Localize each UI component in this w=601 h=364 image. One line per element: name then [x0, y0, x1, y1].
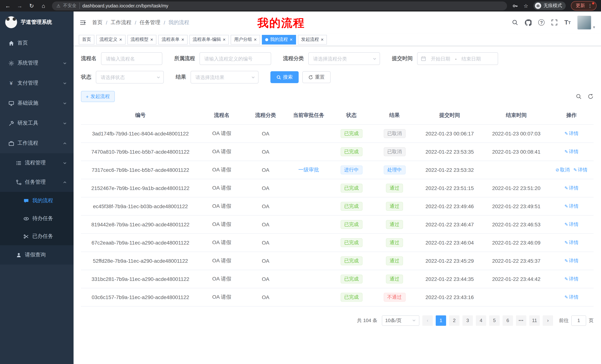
status-badge: 已完成	[341, 129, 362, 138]
goto-page-input[interactable]	[571, 315, 586, 326]
column-header: 提交时间	[416, 106, 483, 124]
breadcrumb-item[interactable]: 工作流程	[111, 19, 131, 26]
prev-page-button[interactable]: ‹	[422, 315, 433, 326]
process-name-input[interactable]	[101, 52, 162, 65]
tab-close-icon[interactable]: ×	[254, 37, 257, 42]
update-button[interactable]: 更新 ⋮	[571, 1, 597, 10]
reset-button[interactable]: 重置	[302, 71, 331, 83]
page-button[interactable]: 1	[436, 315, 446, 326]
result-select[interactable]	[190, 71, 259, 84]
sidebar-item-home[interactable]: 首页	[0, 33, 74, 53]
page-button[interactable]: 5	[489, 315, 500, 326]
sidebar-item-process-management[interactable]: 流程管理	[0, 153, 74, 172]
toggle-search-icon[interactable]	[576, 94, 582, 99]
date-range-picker[interactable]: -	[417, 52, 498, 65]
sidebar-item-devtools[interactable]: 研发工具	[0, 113, 74, 133]
sidebar-item-todo-tasks[interactable]: 待办任务	[0, 210, 74, 228]
browser-back-icon[interactable]: ←	[4, 3, 11, 9]
process-id-input[interactable]	[200, 52, 271, 65]
tab-close-icon[interactable]: ×	[119, 37, 122, 42]
tab-active[interactable]: 我的流程×	[262, 35, 296, 44]
refresh-icon[interactable]	[588, 94, 594, 99]
sidebar-item-task-management[interactable]: 任务管理	[0, 172, 74, 192]
cancel-action-link[interactable]: ⊘取消	[555, 167, 570, 172]
create-process-button[interactable]: + 发起流程	[81, 91, 115, 102]
sidebar-toggle-icon[interactable]	[80, 19, 86, 26]
sidebar-item-infrastructure[interactable]: 基础设施	[0, 93, 74, 113]
font-size-icon[interactable]: TT	[564, 19, 571, 26]
detail-action-link[interactable]: ✎详情	[564, 258, 579, 263]
tab-item[interactable]: 流程定义×	[96, 35, 125, 44]
tab-close-icon[interactable]: ×	[181, 37, 184, 42]
page-button[interactable]: 2	[449, 315, 460, 326]
end-date-input[interactable]	[459, 56, 483, 61]
cell-current-task	[288, 233, 330, 252]
status-select[interactable]	[96, 71, 164, 84]
github-icon[interactable]	[525, 19, 532, 26]
breadcrumb-item[interactable]: 任务管理	[140, 19, 160, 26]
cell-process-name: OA 请假	[200, 288, 244, 306]
cell-status: 已完成	[330, 143, 373, 161]
detail-action-link[interactable]: ✎详情	[564, 185, 579, 191]
tab-close-icon[interactable]: ×	[223, 37, 226, 42]
tab-item[interactable]: 发起流程×	[298, 35, 327, 44]
browser-menu-icon[interactable]: ⋮	[588, 3, 593, 9]
filter-row: 状态 结果 搜	[81, 71, 594, 84]
detail-action-link[interactable]: ✎详情	[564, 239, 579, 245]
tab-item[interactable]: 流程表单×	[158, 35, 187, 44]
filter-field-process: 所属流程	[174, 52, 271, 65]
fullscreen-icon[interactable]	[551, 19, 558, 26]
category-select[interactable]	[308, 52, 380, 65]
detail-action-link[interactable]: ✎详情	[564, 276, 579, 281]
current-task-link[interactable]: 一级审批	[298, 166, 319, 172]
status-badge: 已完成	[341, 147, 362, 156]
search-button[interactable]: 搜索	[270, 71, 299, 83]
page-button[interactable]: 6	[502, 315, 513, 326]
cell-current-task	[288, 124, 330, 143]
tab-close-icon[interactable]: ×	[321, 37, 323, 42]
help-icon[interactable]: ?	[538, 19, 545, 26]
tab-item[interactable]: 用户分组×	[231, 35, 260, 44]
page-button[interactable]: 3	[462, 315, 473, 326]
tab-close-icon[interactable]: ×	[150, 37, 153, 42]
bookmark-star-icon[interactable]: ☆	[523, 3, 528, 9]
tab-label: 我的流程	[270, 36, 288, 43]
sidebar-item-payment[interactable]: ¥ 支付管理	[0, 73, 74, 93]
sidebar-item-leave-query[interactable]: 请假查询	[0, 245, 74, 265]
app-logo-bar[interactable]: 芋道管理系统	[0, 11, 74, 33]
detail-action-link[interactable]: ✎详情	[573, 167, 587, 172]
breadcrumb-item[interactable]: 首页	[92, 19, 102, 26]
page-more-button[interactable]: •••	[516, 315, 526, 326]
cell-process-name: OA 请假	[200, 215, 244, 233]
page-button[interactable]: 4	[476, 315, 486, 326]
password-key-icon[interactable]	[512, 3, 518, 9]
update-label: 更新	[576, 3, 585, 9]
detail-action-link[interactable]: ✎详情	[564, 130, 579, 136]
sidebar-item-system[interactable]: 系统管理	[0, 53, 74, 73]
cell-result: 处理中	[373, 161, 416, 179]
browser-address-bar[interactable]: ⚠ 不安全 dashboard.yudao.iocoder.cn/bpm/tas…	[52, 1, 507, 10]
detail-action-link[interactable]: ✎详情	[564, 149, 579, 154]
user-menu[interactable]: ▾	[577, 15, 595, 29]
cell-process-name: OA 请假	[200, 197, 244, 215]
start-date-input[interactable]	[428, 56, 453, 61]
sidebar-item-my-process[interactable]: 我的流程	[0, 192, 74, 210]
tab-item[interactable]: 流程模型×	[127, 35, 156, 44]
search-icon[interactable]	[512, 19, 518, 26]
tab-close-icon[interactable]: ×	[290, 37, 292, 42]
edit-icon: ✎	[564, 294, 568, 300]
tab-item[interactable]: 流程表单-编辑×	[190, 35, 229, 44]
cell-id: 67c2eaab-7b9a-11ec-a290-acde48001122	[81, 233, 200, 252]
detail-action-link[interactable]: ✎详情	[564, 221, 579, 227]
sidebar-item-workflow[interactable]: 工作流程	[0, 133, 74, 153]
next-page-button[interactable]: ›	[543, 315, 553, 326]
sidebar-item-done-tasks[interactable]: 已办任务	[0, 228, 74, 245]
browser-home-icon[interactable]: ⌂	[40, 3, 47, 9]
detail-action-link[interactable]: ✎详情	[564, 294, 579, 300]
tab-item[interactable]: 首页	[79, 35, 94, 44]
page-button[interactable]: 11	[529, 315, 540, 326]
page-size-select[interactable]: 10条/页	[382, 315, 419, 326]
detail-action-link[interactable]: ✎详情	[564, 203, 579, 209]
browser-forward-icon[interactable]: →	[16, 3, 23, 9]
browser-reload-icon[interactable]: ↻	[28, 2, 35, 9]
